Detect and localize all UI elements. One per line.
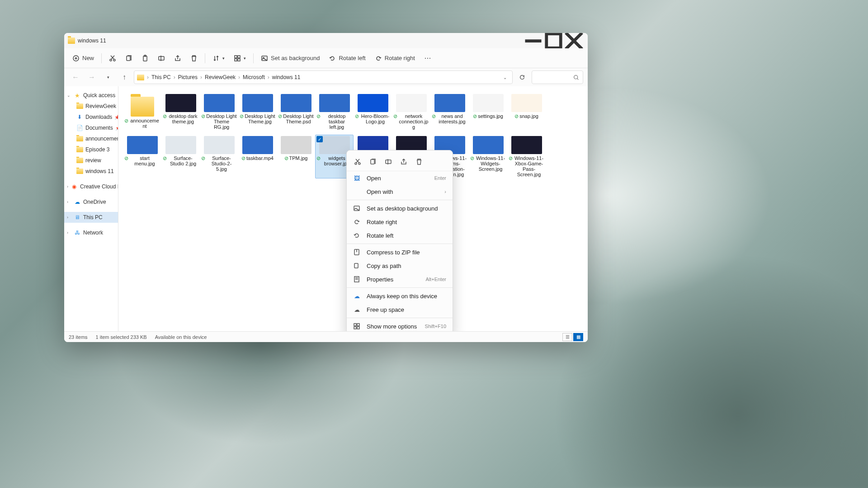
- more-button[interactable]: [420, 51, 435, 66]
- breadcrumb-item[interactable]: ReviewGeek: [205, 74, 236, 80]
- breadcrumb-item[interactable]: Microsoft: [243, 74, 265, 80]
- sidebar-item-onedrive[interactable]: ›☁OneDrive: [64, 197, 118, 207]
- ctx-set-background[interactable]: Set as desktop background: [347, 202, 453, 215]
- maximize-button[interactable]: [543, 33, 564, 48]
- svg-rect-14: [159, 56, 164, 60]
- sync-icon: ⊘: [284, 155, 288, 161]
- rotate-right-button[interactable]: Rotate right: [371, 51, 419, 66]
- file-item[interactable]: ⊘start menu.jpg: [123, 135, 161, 178]
- sidebar-item-quick-access[interactable]: ⌄★Quick access: [64, 90, 118, 101]
- ctx-open[interactable]: 🖼OpenEnter: [347, 171, 453, 185]
- refresh-button[interactable]: [515, 70, 529, 84]
- delete-button[interactable]: [187, 51, 201, 66]
- ctx-open-with[interactable]: Open with›: [347, 185, 453, 198]
- sidebar-item-review[interactable]: review: [64, 155, 118, 166]
- file-item[interactable]: ⊘snap.jpg: [507, 93, 546, 131]
- back-button[interactable]: ←: [69, 70, 82, 84]
- ctx-rotate-left[interactable]: Rotate left: [347, 229, 453, 242]
- breadcrumb[interactable]: › This PC› Pictures› ReviewGeek› Microso…: [134, 70, 513, 84]
- rename-icon[interactable]: [385, 158, 392, 165]
- share-button[interactable]: [170, 51, 185, 66]
- file-item[interactable]: ⊘Desktop Light Theme.jpg: [238, 93, 277, 131]
- sidebar-item-episode3[interactable]: Episode 3: [64, 144, 118, 155]
- sidebar-item-this-pc[interactable]: ›🖥This PC: [64, 212, 118, 223]
- file-item[interactable]: ⊘desktop taskbar left.jpg: [315, 93, 354, 131]
- sidebar-item-creative-cloud[interactable]: ›◉Creative Cloud Files: [64, 181, 118, 192]
- up-button[interactable]: ↑: [118, 70, 131, 84]
- svg-rect-42: [357, 324, 359, 326]
- file-name: news and interests.jpg: [437, 113, 467, 124]
- recent-dropdown[interactable]: ▾: [101, 70, 115, 84]
- svg-point-23: [427, 58, 428, 59]
- thumbnail: [281, 94, 311, 112]
- sidebar-item-reviewgeek[interactable]: ReviewGeek📌: [64, 101, 118, 112]
- forward-button[interactable]: →: [85, 70, 99, 84]
- file-item[interactable]: ⊘TPM.jpg: [277, 135, 315, 178]
- sidebar-item-documents[interactable]: 📄Documents📌: [64, 122, 118, 133]
- thumbnail: [434, 94, 465, 112]
- sidebar-item-network[interactable]: ›🖧Network: [64, 227, 118, 238]
- file-view[interactable]: ⊘announcement⊘desktop dark theme.jpg⊘Des…: [118, 86, 588, 331]
- file-item[interactable]: ⊘Desktop Light Theme RG.jpg: [200, 93, 238, 131]
- view-button[interactable]: ▾: [230, 51, 250, 66]
- ctx-rotate-right[interactable]: Rotate right: [347, 215, 453, 229]
- file-item[interactable]: ⊘taskbar.mp4: [238, 135, 277, 178]
- file-item[interactable]: ⊘Surface-Studio-2-5.jpg: [200, 135, 238, 178]
- svg-point-25: [574, 75, 578, 79]
- breadcrumb-dropdown[interactable]: ⌄: [500, 75, 509, 80]
- sidebar-item-announcement[interactable]: announcement: [64, 133, 118, 144]
- svg-rect-19: [238, 59, 240, 61]
- file-item[interactable]: ⊘announcement: [123, 93, 161, 131]
- file-item[interactable]: ⊘Surface-Studio 2.jpg: [161, 135, 200, 178]
- cloud-icon: ☁: [353, 306, 360, 313]
- minimize-button[interactable]: [523, 33, 543, 48]
- cut-icon[interactable]: [354, 158, 361, 165]
- copy-button[interactable]: [122, 51, 136, 66]
- ctx-properties[interactable]: PropertiesAlt+Enter: [347, 272, 453, 286]
- creative-cloud-icon: ◉: [71, 183, 78, 190]
- cut-button[interactable]: [105, 51, 120, 66]
- ctx-free-space[interactable]: ☁Free up space: [347, 303, 453, 316]
- ctx-always-keep[interactable]: ☁Always keep on this device: [347, 289, 453, 303]
- copy-icon[interactable]: [369, 158, 377, 165]
- file-item[interactable]: ⊘settings.jpg: [469, 93, 507, 131]
- icons-view-button[interactable]: ▦: [573, 333, 583, 341]
- ctx-show-more[interactable]: Show more optionsShift+F10: [347, 319, 453, 331]
- sidebar-item-downloads[interactable]: ⬇Downloads📌: [64, 112, 118, 122]
- file-item[interactable]: ⊘Windows-11-Xbox-Game-Pass-Screen.jpg: [507, 135, 546, 178]
- sync-icon: ⊘: [124, 118, 128, 123]
- search-input[interactable]: [532, 70, 583, 84]
- ctx-compress-zip[interactable]: Compress to ZIP file: [347, 245, 453, 259]
- file-item[interactable]: ⊘Hero-Bloom-Logo.jpg: [354, 93, 392, 131]
- svg-rect-17: [238, 56, 240, 58]
- titlebar[interactable]: windows 11: [64, 33, 588, 48]
- sync-icon: ⊘: [514, 113, 519, 119]
- svg-point-8: [113, 59, 115, 61]
- details-view-button[interactable]: ☰: [562, 333, 572, 341]
- paste-button[interactable]: [138, 51, 152, 66]
- close-button[interactable]: [564, 33, 584, 48]
- breadcrumb-item[interactable]: Pictures: [178, 74, 198, 80]
- file-item[interactable]: ⊘Windows-11-Widgets-Screen.jpg: [469, 135, 507, 178]
- ctx-copy-path[interactable]: Copy as path: [347, 259, 453, 272]
- sidebar-item-windows11[interactable]: windows 11: [64, 166, 118, 177]
- rename-button[interactable]: [154, 51, 169, 66]
- breadcrumb-item[interactable]: This PC: [151, 74, 171, 80]
- sort-button[interactable]: ▾: [209, 51, 228, 66]
- file-item[interactable]: ⊘desktop dark theme.jpg: [161, 93, 200, 131]
- share-icon[interactable]: [400, 158, 407, 165]
- file-name: Windows-11-Xbox-Game-Pass-Screen.jpg: [514, 155, 544, 177]
- sync-icon: ⊘: [163, 113, 167, 119]
- file-item[interactable]: ⊘Desktop Light Theme.psd: [277, 93, 315, 131]
- svg-line-26: [577, 78, 578, 79]
- file-item[interactable]: ⊘network connection.jpg: [392, 93, 430, 131]
- delete-icon[interactable]: [415, 158, 423, 165]
- file-name: Desktop Light Theme.psd: [283, 113, 314, 124]
- zip-icon: [353, 249, 360, 256]
- rotate-left-button[interactable]: Rotate left: [325, 51, 369, 66]
- breadcrumb-item[interactable]: windows 11: [272, 74, 301, 80]
- set-background-button[interactable]: Set as background: [257, 51, 323, 66]
- file-item[interactable]: ⊘news and interests.jpg: [430, 93, 469, 131]
- pin-icon: 📌: [115, 126, 118, 131]
- new-button[interactable]: New: [69, 51, 98, 66]
